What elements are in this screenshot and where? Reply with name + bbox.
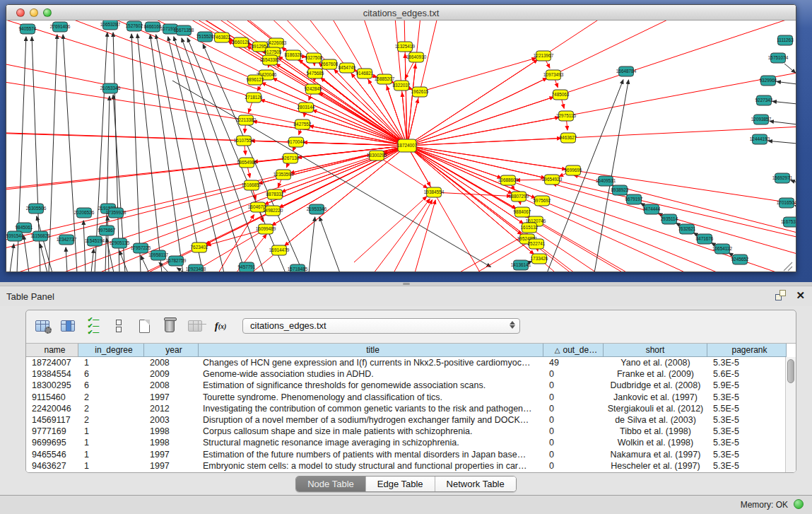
graph-node[interactable]: 9457791 xyxy=(238,262,256,272)
table-row[interactable]: 977716911998Corpus callosum shape and si… xyxy=(26,426,796,437)
graph-node[interactable]: 15751074 xyxy=(768,53,789,63)
table-row[interactable]: 1938455462009Genome-wide association stu… xyxy=(26,368,796,380)
graph-node[interactable]: 2522741 xyxy=(528,239,546,249)
graph-node[interactable]: 16671358 xyxy=(174,25,194,35)
graph-node[interactable]: 9474444 xyxy=(643,204,661,214)
graph-node[interactable]: 9896127 xyxy=(247,75,264,85)
cell-name[interactable]: 14569117 xyxy=(26,415,78,425)
cell-out_degree[interactable]: 0 xyxy=(543,415,604,425)
cell-title[interactable]: Tourette syndrome. Phenomenology and cla… xyxy=(199,392,543,402)
cell-title[interactable]: Structural magnetic resonance image aver… xyxy=(199,438,543,448)
cell-pagerank[interactable]: 5.5E-5 xyxy=(707,404,787,414)
graph-node[interactable]: 16648784 xyxy=(616,66,637,76)
cell-short[interactable]: Tibbo et al. (1998) xyxy=(604,426,707,436)
table-row[interactable]: 946362711997Embryonic stem cells: a mode… xyxy=(26,460,796,472)
table-row[interactable]: 1872400712008Changes of HCN gene express… xyxy=(26,357,796,368)
graph-node[interactable]: 9699695 xyxy=(565,165,582,175)
graph-node[interactable]: 12444193 xyxy=(750,134,770,144)
graph-node[interactable]: 8454749 xyxy=(339,63,356,73)
cell-year[interactable]: 1997 xyxy=(144,392,199,402)
cell-in_degree[interactable]: 1 xyxy=(78,426,144,436)
graph-node[interactable]: 10653287 xyxy=(100,21,121,30)
graph-node[interactable]: 12342737 xyxy=(57,235,77,245)
graph-node[interactable]: 26305506 xyxy=(26,204,47,214)
column-header-title[interactable]: title xyxy=(199,344,543,357)
cell-name[interactable]: 22420046 xyxy=(26,404,78,414)
cell-title[interactable]: Embryonic stem cells: a model to study s… xyxy=(199,461,543,471)
graph-node[interactable]: 7463822 xyxy=(213,33,231,42)
graph-node[interactable]: 8322037 xyxy=(393,81,411,90)
graph-node[interactable]: 8660128 xyxy=(233,37,250,47)
graph-node[interactable]: 16782759 xyxy=(166,256,187,266)
table-row[interactable]: 2242004622012Investigating the contribut… xyxy=(26,403,796,414)
graph-node[interactable]: 14226083 xyxy=(266,38,287,48)
cell-name[interactable]: 18300295 xyxy=(26,380,78,390)
cell-short[interactable]: Dudbridge et al. (2008) xyxy=(604,380,707,390)
function-builder-icon[interactable]: f(x) xyxy=(211,317,230,335)
column-header-short[interactable]: short xyxy=(604,344,707,357)
cell-out_degree[interactable]: 0 xyxy=(543,438,604,448)
graph-node[interactable]: 8878332 xyxy=(266,189,284,199)
graph-node[interactable]: 9405574 xyxy=(19,24,37,34)
cell-name[interactable]: 9699695 xyxy=(26,438,78,448)
graph-node[interactable]: 19654923 xyxy=(542,175,563,185)
cell-title[interactable]: Disruption of a novel member of a sodium… xyxy=(199,415,543,425)
cell-in_degree[interactable]: 1 xyxy=(78,461,144,471)
cell-in_degree[interactable]: 1 xyxy=(78,358,144,368)
graph-node[interactable]: 11545194 xyxy=(85,236,105,246)
graph-node[interactable]: 9245652 xyxy=(731,255,749,264)
table-row[interactable]: 1456911722003Disruption of a novel membe… xyxy=(26,414,796,426)
cell-out_degree[interactable]: 0 xyxy=(543,380,604,390)
graph-node[interactable]: 10688609 xyxy=(498,175,519,185)
cell-short[interactable]: Hescheler et al. (1997) xyxy=(604,461,707,471)
graph-node[interactable]: 12923468 xyxy=(186,264,206,272)
cell-pagerank[interactable]: 5.3E-5 xyxy=(707,450,787,460)
graph-node[interactable]: 8466160 xyxy=(144,22,162,32)
select-column-icon[interactable] xyxy=(59,317,77,335)
column-header-name[interactable]: name xyxy=(26,344,78,357)
table-row[interactable]: 1830029562008Estimation of significance … xyxy=(26,380,796,391)
cell-title[interactable]: Genome-wide association studies in ADHD. xyxy=(199,369,543,379)
network-window-titlebar[interactable]: citations_edges.txt xyxy=(6,5,796,21)
graph-node[interactable]: 5475685 xyxy=(307,69,324,78)
cell-out_degree[interactable]: 0 xyxy=(543,461,604,471)
graph-node[interactable]: 18640910 xyxy=(406,52,427,62)
graph-node[interactable]: 2935114 xyxy=(661,214,678,224)
scrollbar-thumb[interactable] xyxy=(787,359,794,383)
delete-table-icon[interactable] xyxy=(186,317,204,335)
cell-out_degree[interactable]: 0 xyxy=(543,450,604,460)
cell-year[interactable]: 2008 xyxy=(144,380,199,390)
graph-node[interactable]: 7623402 xyxy=(191,243,208,252)
graph-node[interactable]: 12213382 xyxy=(236,115,257,125)
cell-year[interactable]: 1997 xyxy=(144,450,199,460)
graph-node[interactable]: 15692971 xyxy=(772,173,793,183)
graph-node[interactable]: 2718126 xyxy=(245,93,263,103)
graph-node[interactable]: 1111263 xyxy=(777,35,794,45)
graph-node[interactable]: 15718485 xyxy=(288,264,308,272)
graph-node[interactable]: 18654985 xyxy=(237,158,257,168)
graph-node[interactable]: 10654112 xyxy=(712,244,732,254)
graph-node[interactable]: 12213967 xyxy=(534,51,554,61)
graph-node[interactable]: 15885207 xyxy=(375,74,395,84)
table-scrollbar[interactable] xyxy=(785,357,796,472)
table-row[interactable]: 969969511998Structural magnetic resonanc… xyxy=(26,437,796,448)
graph-node[interactable]: 12093857 xyxy=(751,115,772,124)
graph-node[interactable]: 17016504 xyxy=(777,198,796,208)
network-canvas[interactable]: 1872400774638228660128891295414226083912… xyxy=(6,21,796,272)
cell-year[interactable]: 2012 xyxy=(144,404,199,414)
cell-year[interactable]: 1997 xyxy=(144,461,199,471)
graph-node[interactable]: 1615132 xyxy=(521,223,539,233)
graph-node[interactable]: 18300295 xyxy=(367,151,387,160)
graph-node[interactable]: 8938923 xyxy=(611,185,629,195)
column-pair-icon[interactable] xyxy=(110,317,128,335)
cell-name[interactable]: 9115460 xyxy=(26,392,78,402)
graph-node[interactable]: 9146821 xyxy=(356,69,374,78)
graph-node[interactable]: 5975692 xyxy=(534,196,551,206)
cell-in_degree[interactable]: 2 xyxy=(78,415,144,425)
cell-name[interactable]: 19384554 xyxy=(26,369,78,379)
graph-node[interactable]: 7515526 xyxy=(196,32,214,42)
graph-node[interactable]: 9227343 xyxy=(755,95,773,105)
cell-pagerank[interactable]: 5.3E-5 xyxy=(707,415,787,425)
graph-node[interactable]: 14136141 xyxy=(511,260,531,270)
table-row[interactable]: 946554611997Estimation of the future num… xyxy=(26,449,796,460)
